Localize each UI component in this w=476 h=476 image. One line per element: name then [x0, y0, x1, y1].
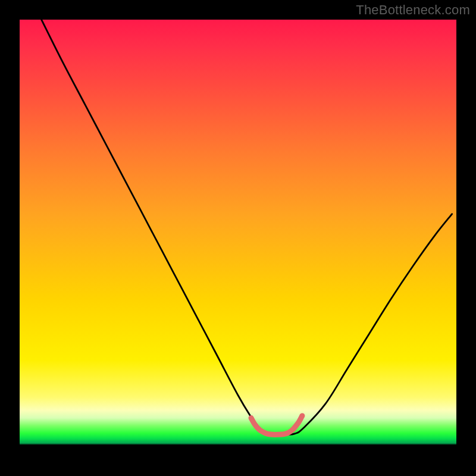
chart-frame: TheBottleneck.com	[0, 0, 476, 476]
watermark-text: TheBottleneck.com	[356, 2, 470, 18]
bottleneck-curve-path	[42, 20, 452, 434]
chart-svg	[20, 20, 456, 456]
highlight-band-path	[251, 416, 302, 435]
plot-area	[20, 20, 456, 456]
